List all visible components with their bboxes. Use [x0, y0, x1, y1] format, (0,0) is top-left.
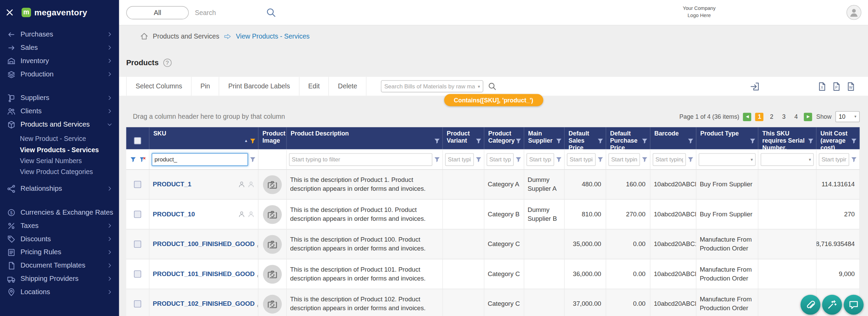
- product-image-placeholder[interactable]: [263, 235, 282, 254]
- funnel-icon[interactable]: [556, 156, 562, 162]
- sidebar-item-purchases[interactable]: Purchases: [0, 28, 119, 41]
- bom-search-input[interactable]: [382, 83, 478, 89]
- description-filter-input[interactable]: [289, 153, 432, 166]
- variant-filter-input[interactable]: [445, 153, 474, 166]
- pdf-file-icon[interactable]: P: [831, 82, 841, 91]
- global-search-input[interactable]: [195, 7, 261, 18]
- sidebar-item-taxes[interactable]: Taxes: [0, 219, 119, 232]
- sidebar-item-production[interactable]: Production: [0, 68, 119, 81]
- column-header-barcode[interactable]: Barcode: [650, 127, 697, 155]
- sku-link[interactable]: PRODUCT_102_FINISHED_GOOD: [153, 300, 254, 308]
- sidebar-item-locations[interactable]: Locations: [0, 285, 119, 299]
- sku-filter-input[interactable]: [152, 153, 248, 166]
- row-checkbox[interactable]: [134, 181, 141, 188]
- sidebar-item-discounts[interactable]: Discounts: [0, 232, 119, 246]
- sidebar-item-pricing-rules[interactable]: Pricing Rules: [0, 246, 119, 259]
- select-columns-button[interactable]: Select Columns: [126, 77, 191, 96]
- funnel-icon[interactable]: [250, 156, 256, 162]
- sidebar-item-suppliers[interactable]: Suppliers: [0, 91, 119, 104]
- column-header-unit-cost[interactable]: Unit Cost (average cost): [816, 127, 859, 155]
- column-filter-icon[interactable]: [434, 138, 440, 144]
- person-icon[interactable]: [238, 181, 245, 188]
- column-header-variant[interactable]: Product Variant: [443, 127, 484, 155]
- sidebar-item-document-templates[interactable]: Document Templates: [0, 259, 119, 272]
- unit-cost-filter-input[interactable]: [819, 153, 849, 166]
- column-filter-icon[interactable]: [808, 138, 814, 144]
- magic-assistant-button[interactable]: [822, 295, 842, 314]
- person-outline-icon[interactable]: [247, 211, 254, 218]
- barcode-filter-input[interactable]: [653, 153, 686, 166]
- product-image-placeholder[interactable]: [263, 264, 282, 283]
- menu-close-icon[interactable]: [5, 8, 14, 16]
- search-scope-selector[interactable]: All: [126, 6, 189, 19]
- column-filter-icon[interactable]: [851, 138, 857, 144]
- page-number-4[interactable]: 4: [792, 113, 800, 121]
- page-number-2[interactable]: 2: [768, 113, 776, 121]
- help-icon[interactable]: ?: [163, 59, 171, 67]
- funnel-icon[interactable]: [688, 156, 694, 162]
- pin-button[interactable]: Pin: [192, 77, 220, 96]
- next-page-icon[interactable]: ▶: [804, 113, 812, 121]
- column-header-supplier[interactable]: Main Supplier: [524, 127, 565, 155]
- column-filter-icon[interactable]: [476, 138, 482, 144]
- avatar[interactable]: [846, 5, 862, 20]
- sidebar-subitem-new-product-service[interactable]: New Product - Service: [0, 133, 119, 144]
- sku-link[interactable]: PRODUCT_100_FINISHED_GOOD: [153, 240, 254, 248]
- page-size-select[interactable]: 10 ▾: [835, 111, 859, 122]
- sales-price-filter-input[interactable]: [567, 153, 595, 166]
- product-image-placeholder[interactable]: [263, 175, 282, 194]
- page-number-3[interactable]: 3: [780, 113, 788, 121]
- sku-link[interactable]: PRODUCT_1: [153, 180, 191, 189]
- sidebar-subitem-view-product-categories[interactable]: View Product Categories: [0, 167, 119, 177]
- funnel-icon[interactable]: [434, 156, 440, 162]
- serial-number-filter-select[interactable]: ▾: [761, 153, 814, 166]
- sidebar-item-sales[interactable]: Sales: [0, 41, 119, 54]
- word-file-icon[interactable]: W: [846, 82, 855, 91]
- delete-button[interactable]: Delete: [329, 77, 367, 96]
- product-image-placeholder[interactable]: [263, 205, 282, 224]
- dropdown-caret-icon[interactable]: ▾: [478, 84, 483, 89]
- category-filter-input[interactable]: [487, 153, 514, 166]
- row-checkbox[interactable]: [134, 300, 141, 307]
- home-icon[interactable]: [140, 32, 148, 40]
- column-filter-icon[interactable]: [642, 138, 648, 144]
- row-checkbox[interactable]: [134, 270, 141, 277]
- sidebar-item-products-and-services[interactable]: Products and Services: [0, 118, 119, 131]
- product-image-placeholder[interactable]: [263, 295, 282, 313]
- brand-logo[interactable]: m megaventory: [22, 8, 87, 17]
- column-header-description[interactable]: Product Description: [287, 127, 443, 155]
- sku-link[interactable]: PRODUCT_101_FINISHED_GOOD: [153, 270, 254, 278]
- column-header-serial-number[interactable]: This SKU requires Serial Number.: [758, 127, 816, 155]
- funnel-icon[interactable]: [476, 156, 482, 162]
- funnel-icon[interactable]: [851, 156, 857, 162]
- attachment-button[interactable]: [800, 295, 820, 314]
- funnel-clear-icon[interactable]: [139, 156, 146, 162]
- column-header-purchase-price[interactable]: Default Purchase Price: [606, 127, 651, 155]
- column-filter-icon[interactable]: [515, 138, 522, 144]
- print-barcode-labels-button[interactable]: Print Barcode Labels: [219, 77, 299, 96]
- funnel-icon[interactable]: [642, 156, 648, 162]
- apply-filter-icon[interactable]: [130, 156, 136, 162]
- page-number-1[interactable]: 1: [755, 113, 763, 121]
- chat-support-button[interactable]: [844, 295, 864, 314]
- sidebar-item-relationships[interactable]: Relationships: [0, 182, 119, 195]
- purchase-price-filter-input[interactable]: [608, 153, 640, 166]
- bom-search-icon[interactable]: [488, 82, 497, 91]
- breadcrumb-current[interactable]: View Products - Services: [236, 32, 309, 40]
- column-header-product-image[interactable]: Product Image: [259, 127, 287, 155]
- sidebar-subitem-view-products-services[interactable]: View Products - Services: [0, 144, 119, 155]
- column-filter-icon[interactable]: [688, 138, 694, 144]
- search-icon[interactable]: [266, 7, 276, 18]
- column-filter-icon[interactable]: [597, 138, 604, 144]
- sidebar-subitem-view-serial-numbers[interactable]: View Serial Numbers: [0, 155, 119, 166]
- sidebar-item-currencies[interactable]: $ Currencies & Exchange Rates: [0, 206, 119, 219]
- sidebar-item-inventory[interactable]: Inventory: [0, 54, 119, 68]
- select-all-checkbox[interactable]: [134, 137, 141, 144]
- active-filter-chip[interactable]: Contains([SKU], 'product_'): [444, 94, 543, 106]
- column-header-category[interactable]: Product Category: [484, 127, 524, 155]
- supplier-filter-input[interactable]: [526, 153, 554, 166]
- edit-button[interactable]: Edit: [299, 77, 329, 96]
- product-type-filter-select[interactable]: ▾: [699, 153, 756, 166]
- sidebar-item-clients[interactable]: Clients: [0, 104, 119, 118]
- column-filter-icon[interactable]: [556, 138, 562, 144]
